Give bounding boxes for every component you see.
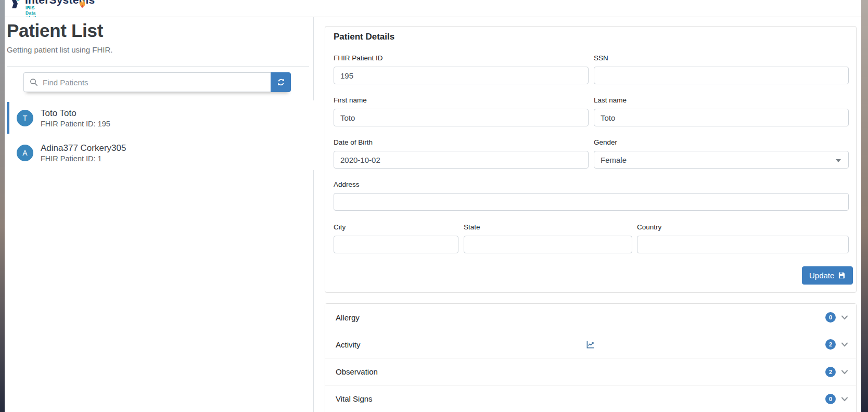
page-title: Patient List [7,20,103,41]
patient-list-item-adina[interactable]: A Adina377 Corkery305 FHIR Patient ID: 1 [5,135,314,170]
section-label: Activity [336,340,361,349]
section-label: Allergy [336,313,360,322]
country-field-group: Country [637,223,849,253]
patient-fhir-id: FHIR Patient ID: 1 [41,154,126,163]
update-button[interactable]: Update [802,266,853,285]
gender-selected-value: Female [601,156,627,164]
gender-select[interactable]: Female [594,151,849,169]
save-icon [838,272,846,279]
desktop-background-left [0,0,5,412]
city-label: City [334,223,458,231]
dob-label: Date of Birth [334,138,589,146]
patient-details-panel: Patient Details FHIR Patient ID SSN Firs… [314,17,861,412]
city-input[interactable] [334,236,458,253]
dob-field-group: Date of Birth [334,138,589,169]
app-header: InterSystems IRIS Data Platform [5,0,861,17]
search-box [23,72,271,92]
avatar: T [17,110,33,126]
fire-icon [79,0,86,9]
patient-search-group [23,72,291,92]
city-field-group: City [334,223,458,253]
divider [7,66,309,67]
address-label: Address [334,181,849,188]
chevron-down-icon [836,159,841,162]
last-name-field-group: Last name [594,96,849,126]
first-name-input[interactable] [334,109,589,126]
count-badge: 0 [825,394,836,404]
country-label: Country [637,223,849,231]
intersystems-logo-icon [12,0,22,10]
desktop-background-right [861,0,868,412]
chevron-down-icon [840,368,849,376]
last-name-input[interactable] [594,109,849,126]
state-field-group: State [464,223,632,253]
accordion-header-observation[interactable]: Observation 2 [325,358,856,385]
dob-input[interactable] [334,151,589,169]
ssn-label: SSN [594,54,849,62]
first-name-label: First name [334,96,589,104]
patient-list-item-toto[interactable]: T Toto Toto FHIR Patient ID: 195 [5,100,314,135]
count-badge: 2 [825,339,836,350]
avatar: A [17,145,33,161]
update-button-label: Update [809,271,834,280]
state-input[interactable] [464,236,632,253]
accordion-header-activity[interactable]: Activity 2 [325,331,856,358]
app-window: InterSystems IRIS Data Platform Patient … [5,0,861,412]
address-field-group: Address [334,181,849,211]
search-input[interactable] [23,72,271,92]
count-badge: 0 [825,312,836,323]
chevron-down-icon [840,340,849,349]
ssn-field-group: SSN [594,54,849,84]
state-label: State [464,223,632,231]
fhir-id-input[interactable] [334,67,589,84]
details-title: Patient Details [334,32,394,42]
patient-fhir-id: FHIR Patient ID: 195 [41,120,110,128]
section-controls: 0 [825,312,849,323]
patient-name: Adina377 Corkery305 [41,143,126,153]
patient-sections-accordion: Allergy 0 Activity [325,303,857,412]
patient-list: T Toto Toto FHIR Patient ID: 195 A Adina… [5,100,314,170]
chevron-down-icon [840,395,849,403]
refresh-icon [277,78,285,86]
accordion-header-vital-signs[interactable]: Vital Signs 0 [325,385,856,412]
page-subtitle: Getting patient list using FHIR. [7,45,112,54]
search-icon [30,78,38,86]
ssn-input[interactable] [594,67,849,84]
gender-field-group: Gender Female [594,138,849,169]
patient-text: Toto Toto FHIR Patient ID: 195 [41,108,110,128]
main-content: Patient List Getting patient list using … [5,17,861,412]
count-badge: 2 [825,367,836,377]
section-controls: 2 [825,339,849,350]
section-label: Vital Signs [336,394,373,403]
patient-name: Toto Toto [41,108,110,119]
gender-label: Gender [594,138,849,146]
chevron-down-icon [840,313,849,321]
patient-text: Adina377 Corkery305 FHIR Patient ID: 1 [41,143,126,163]
address-input[interactable] [334,193,849,211]
country-input[interactable] [637,236,849,253]
selected-indicator [7,102,9,134]
first-name-field-group: First name [334,96,589,126]
last-name-label: Last name [594,96,849,104]
fhir-id-label: FHIR Patient ID [334,54,589,62]
refresh-button[interactable] [271,72,291,92]
section-controls: 0 [825,394,849,404]
accordion-header-allergy[interactable]: Allergy 0 [325,304,856,331]
patient-details-card: Patient Details FHIR Patient ID SSN Firs… [325,26,857,293]
patient-list-panel: Patient List Getting patient list using … [5,17,314,412]
section-label: Observation [336,367,378,376]
line-chart-icon[interactable] [586,340,595,349]
fhir-id-field-group: FHIR Patient ID [334,54,589,84]
section-controls: 2 [825,367,849,377]
